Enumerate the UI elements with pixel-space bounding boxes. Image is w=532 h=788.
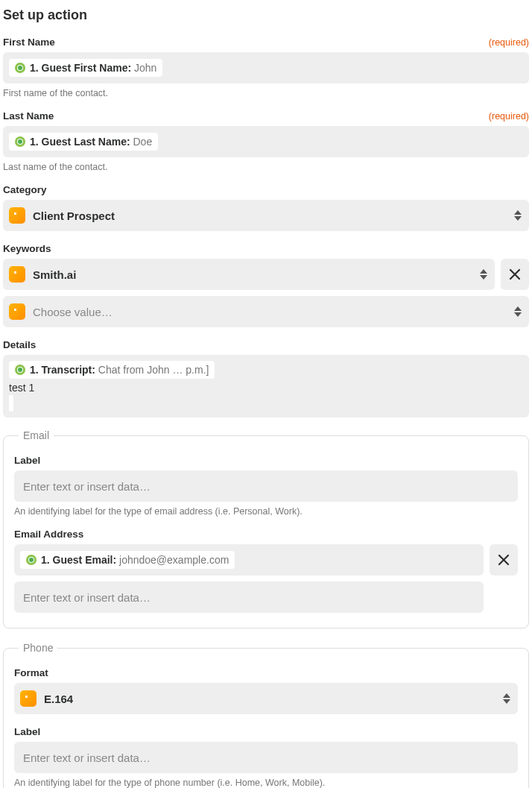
phone-label-helper: An identifying label for the type of pho… — [14, 778, 518, 788]
field-keywords: Keywords Smith.ai Choose value… — [3, 243, 529, 327]
email-label-input[interactable]: Enter text or insert data… — [14, 470, 518, 502]
details-label: Details — [3, 339, 36, 350]
required-indicator: (required) — [489, 37, 529, 48]
pill-label: 1. Guest Last Name: — [30, 136, 130, 148]
chevron-updown-icon — [503, 693, 510, 704]
first-name-label: First Name — [3, 37, 55, 48]
field-category: Category Client Prospect — [3, 184, 529, 231]
keywords-label: Keywords — [3, 243, 51, 254]
phone-label-input[interactable]: Enter text or insert data… — [14, 742, 518, 773]
app-icon — [20, 690, 37, 707]
chevron-updown-icon — [514, 210, 522, 221]
field-email-address: Email Address 1. Guest Email: johndoe@ex… — [14, 529, 518, 613]
phone-format-select[interactable]: E.164 — [14, 683, 518, 714]
data-source-icon — [15, 63, 25, 73]
email-remove-button[interactable] — [490, 544, 518, 576]
last-name-pill[interactable]: 1. Guest Last Name: Doe — [9, 133, 158, 151]
field-first-name: First Name (required) 1. Guest First Nam… — [3, 37, 529, 98]
placeholder-text: Enter text or insert data… — [23, 591, 151, 604]
phone-label-label: Label — [14, 726, 40, 737]
field-phone-format: Format E.164 — [14, 667, 518, 714]
details-text: test 1 — [9, 382, 523, 394]
keywords-value: Smith.ai — [33, 268, 76, 281]
field-email-label: Label Enter text or insert data… An iden… — [14, 455, 518, 517]
field-details: Details 1. Transcript: Chat from John … … — [3, 339, 529, 417]
email-pill[interactable]: 1. Guest Email: johndoe@example.com — [20, 551, 235, 569]
app-icon — [9, 303, 25, 320]
last-name-input[interactable]: 1. Guest Last Name: Doe — [3, 126, 529, 157]
pill-value: Chat from John … p.m.] — [98, 364, 209, 376]
placeholder-text: Enter text or insert data… — [23, 480, 151, 493]
first-name-input[interactable]: 1. Guest First Name: John — [3, 52, 529, 83]
data-source-icon — [15, 365, 25, 375]
pill-value: Doe — [133, 136, 153, 148]
data-source-icon — [15, 136, 25, 147]
phone-format-value: E.164 — [44, 693, 73, 705]
category-label: Category — [3, 184, 47, 195]
chevron-updown-icon — [480, 269, 487, 280]
keywords-add-select[interactable]: Choose value… — [3, 296, 529, 327]
phone-format-label: Format — [14, 667, 48, 678]
keywords-select[interactable]: Smith.ai — [3, 259, 495, 290]
pill-value: John — [134, 62, 156, 74]
category-value: Client Prospect — [33, 209, 115, 222]
app-icon — [9, 207, 25, 224]
required-indicator: (required) — [489, 111, 529, 122]
placeholder-text: Enter text or insert data… — [23, 751, 151, 764]
email-legend: Email — [19, 429, 54, 441]
email-address-input[interactable]: 1. Guest Email: johndoe@example.com — [14, 544, 484, 576]
data-source-icon — [26, 555, 37, 565]
email-label-helper: An identifying label for the type of ema… — [14, 506, 518, 517]
chevron-updown-icon — [514, 306, 522, 317]
last-name-helper: Last name of the contact. — [3, 162, 529, 172]
choose-value-placeholder: Choose value… — [33, 306, 113, 318]
details-input[interactable]: 1. Transcript: Chat from John … p.m.] te… — [3, 355, 529, 417]
last-name-label: Last Name — [3, 110, 54, 122]
email-label-label: Label — [14, 455, 40, 466]
app-icon — [9, 266, 25, 283]
text-cursor — [9, 395, 13, 412]
close-icon — [498, 554, 510, 566]
close-icon — [509, 268, 521, 280]
email-address-label: Email Address — [14, 529, 83, 540]
pill-label: 1. Guest Email: — [41, 554, 116, 566]
first-name-helper: First name of the contact. — [3, 88, 529, 98]
field-phone-label: Label Enter text or insert data… An iden… — [14, 726, 518, 788]
pill-value: johndoe@example.com — [119, 554, 229, 566]
field-last-name: Last Name (required) 1. Guest Last Name:… — [3, 110, 529, 172]
first-name-pill[interactable]: 1. Guest First Name: John — [9, 59, 162, 77]
category-select[interactable]: Client Prospect — [3, 200, 529, 231]
email-group: Email Label Enter text or insert data… A… — [3, 429, 529, 628]
page-title: Set up action — [3, 7, 529, 23]
pill-label: 1. Transcript: — [30, 364, 95, 376]
email-address-add-input[interactable]: Enter text or insert data… — [14, 581, 484, 613]
pill-label: 1. Guest First Name: — [30, 62, 131, 74]
phone-group: Phone Format E.164 Label Enter text or i… — [3, 642, 529, 788]
phone-legend: Phone — [19, 642, 57, 654]
details-pill[interactable]: 1. Transcript: Chat from John … p.m.] — [9, 361, 215, 379]
keywords-remove-button[interactable] — [501, 259, 529, 290]
